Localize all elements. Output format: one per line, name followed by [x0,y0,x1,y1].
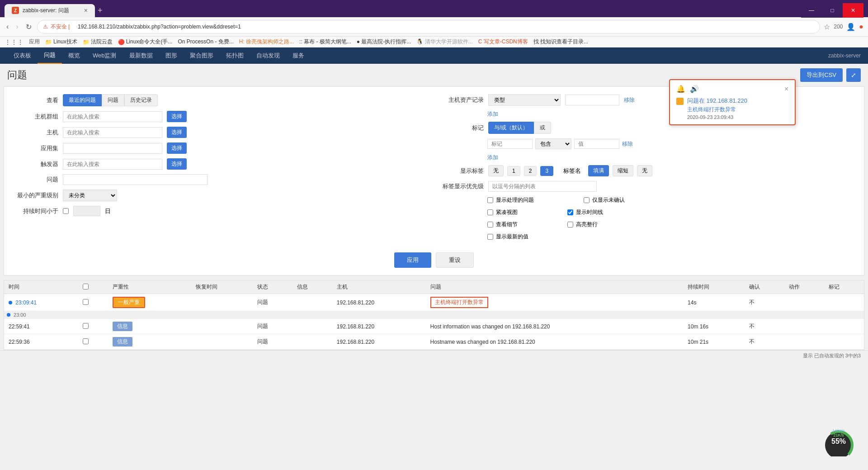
notification-close-button[interactable]: × [784,85,788,93]
show-timeline-checkbox[interactable] [567,209,573,215]
nav-screens[interactable]: 聚合图形 [184,48,220,63]
minimize-button[interactable]: — [801,3,822,18]
tab-history[interactable]: 历史记录 [124,94,158,106]
host-select-button[interactable]: 选择 [167,127,187,138]
bookmark-processon[interactable]: On ProcessOn - 免费... [178,38,233,46]
bookmark-court[interactable]: ● 最高法院-执行指挥... [357,38,411,46]
address-input[interactable] [72,22,814,32]
nav-topology[interactable]: 拓扑图 [220,48,250,63]
row-action [784,294,824,311]
nav-problems[interactable]: 问题 [38,47,62,64]
reset-button[interactable]: 重设 [436,252,474,268]
host-inventory-input[interactable] [565,95,619,105]
bookmark-mubu[interactable]: :: 幕布 - 极简大纲笔... [299,38,351,46]
row-problem[interactable]: Host information was changed on 192.168.… [426,319,684,334]
maximize-button[interactable]: □ [822,3,843,18]
host-group-input[interactable] [63,111,162,122]
trigger-select-button[interactable]: 选择 [167,158,187,170]
bookmark-csdn[interactable]: C 写文章-CSDN博客 [478,38,528,46]
col-tag: 标记 [824,280,864,294]
server-name: zabbix-server [828,52,861,59]
tag-full-btn[interactable]: 填满 [588,165,609,176]
profile-icon[interactable]: 👤 [846,23,855,31]
tag-remove-link[interactable]: 移除 [622,140,633,148]
reload-button[interactable]: ↻ [24,21,33,33]
view-label: 查看 [13,96,58,104]
back-button[interactable]: ‹ [5,21,10,33]
app-input[interactable] [63,143,162,154]
display-tag-3[interactable]: 3 [540,166,553,176]
notification-subtitle[interactable]: 主机终端打开数异常 [687,106,747,114]
min-severity-select[interactable]: 未分类 [63,190,117,201]
display-tag-none[interactable]: 无 [488,165,504,176]
host-input[interactable] [63,127,162,138]
add-tag-link[interactable]: 添加 [487,154,498,161]
nav-overview[interactable]: 概览 [62,48,86,63]
browser-tab[interactable]: Z zabbix-server: 问题 × [5,4,95,17]
nav-discovery[interactable]: 自动发现 [250,48,286,63]
bookmark-linux-cmd[interactable]: 🔴 Linux命令大全(手... [118,38,173,46]
host-group-select-button[interactable]: 选择 [167,111,187,122]
extension-icon[interactable]: ● [859,23,863,31]
notification-title[interactable]: 问题在 192.168.81.220 [687,97,747,105]
nav-latest[interactable]: 最新数据 [123,48,159,63]
nav-dashboard[interactable]: 仪表板 [7,48,38,63]
trigger-input[interactable] [63,159,162,170]
row-duration: 10m 21s [683,334,745,350]
tab-problems[interactable]: 问题 [102,94,124,106]
host-inventory-select[interactable]: 类型 [488,94,561,106]
tag-short-btn[interactable]: 缩短 [613,165,633,176]
export-csv-button[interactable]: 导出到CSV [800,68,843,82]
nav-web[interactable]: Web监测 [86,48,123,63]
expand-button[interactable]: ⤢ [846,68,861,82]
close-tab-icon[interactable]: × [84,7,88,14]
app-select-button[interactable]: 选择 [167,142,187,154]
highlight-checkbox[interactable] [567,222,573,228]
bell-icon[interactable]: 🔔 [676,85,685,93]
bookmark-cloud[interactable]: 📁 法院云盘 [83,38,113,46]
display-tag-1[interactable]: 1 [507,166,520,176]
tag-or-btn[interactable]: 或 [534,122,551,134]
priority-input[interactable] [488,181,597,192]
bookmark-icon[interactable]: ☆ [824,23,830,31]
select-all-checkbox[interactable] [83,284,89,290]
bookmark-knowledge[interactable]: 找 找知识查看子目录... [533,38,588,46]
row-checkbox[interactable] [78,294,108,311]
speaker-icon[interactable]: 🔊 [690,85,699,93]
detail-checkbox[interactable] [487,222,493,228]
nav-graphs[interactable]: 图形 [159,48,184,63]
problem-input[interactable] [63,174,208,185]
show-latest-checkbox[interactable] [487,234,493,240]
apps-icon[interactable]: ⋮⋮⋮ [5,38,24,46]
host-inventory-remove[interactable]: 移除 [624,96,635,104]
row-checkbox[interactable] [78,319,108,334]
tag-name-input[interactable] [487,139,533,149]
add-inventory-link[interactable]: 添加 [487,111,498,117]
row-problem[interactable]: Hostname was changed on 192.168.81.220 [426,334,684,350]
display-tag-2[interactable]: 2 [524,166,537,176]
row-host[interactable]: 192.168.81.220 [332,294,426,311]
row-problem[interactable]: 主机终端打开数异常 [426,294,684,311]
tag-none-btn[interactable]: 无 [637,165,652,176]
apply-button[interactable]: 应用 [394,252,431,268]
time-divider-row: 23:00 [4,311,864,319]
show-suppress-checkbox[interactable] [487,197,493,203]
duration-checkbox[interactable] [63,208,69,214]
row-host[interactable]: 192.168.81.220 [332,334,426,350]
compact-checkbox[interactable] [487,209,493,215]
show-unack-checkbox[interactable] [584,197,590,203]
nav-services[interactable]: 服务 [286,48,311,63]
tag-value-input[interactable] [574,139,619,149]
close-button[interactable]: ✕ [843,3,863,18]
tag-condition-select[interactable]: 包含 等于 [535,138,571,149]
bookmark-linux[interactable]: 📁 Linux技术 [45,38,77,46]
tab-recent[interactable]: 最近的问题 [63,94,102,106]
bookmark-xu[interactable]: H: 徐亮傀架构师之路... [239,38,294,46]
row-host[interactable]: 192.168.81.220 [332,319,426,334]
bookmark-tsinghua[interactable]: 🐧 清华大学开源软件... [416,38,472,46]
forward-button[interactable]: › [14,21,20,33]
new-tab-button[interactable]: + [98,6,103,15]
duration-input[interactable]: 14 [73,206,100,216]
row-checkbox[interactable] [78,334,108,350]
tag-and-btn[interactable]: 与/或（默认） [488,122,534,134]
